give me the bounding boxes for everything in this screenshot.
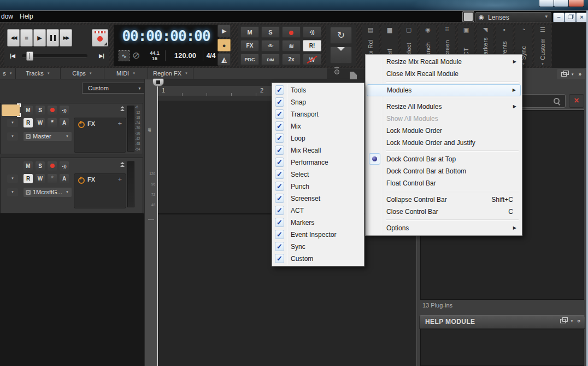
- expand-icon[interactable]: [120, 161, 125, 167]
- asterisk-button[interactable]: *: [48, 118, 57, 127]
- read-automation-button[interactable]: R: [23, 118, 33, 127]
- menu-item-float-control-bar[interactable]: Float Control Bar: [367, 177, 521, 189]
- track-strip-2[interactable]: M S •)) ▼ R W * A FX + ▼ O 1McrsftG... ▼: [0, 158, 143, 213]
- submenu-item[interactable]: ✓ Punch: [273, 181, 363, 193]
- track-dropdown-button[interactable]: ▼: [7, 119, 18, 127]
- submenu-item[interactable]: ✓ Tools: [273, 84, 363, 96]
- checkbox-checked-icon[interactable]: ✓: [275, 194, 284, 203]
- workspace-preset-dropdown[interactable]: Custom ▼: [82, 83, 146, 94]
- fast-forward-button[interactable]: ▶▶: [60, 29, 72, 47]
- chevrons-right-icon[interactable]: »: [579, 71, 581, 77]
- menu-item-lock-module-order[interactable]: Lock Module Order: [367, 125, 521, 137]
- pdc-button[interactable]: PDC: [240, 54, 259, 65]
- menu-item-lock-module-order-justify[interactable]: Lock Module Order and Justify: [367, 137, 521, 149]
- skip-start-button[interactable]: |◀: [7, 51, 18, 60]
- tempo-value[interactable]: 120.00: [168, 50, 202, 61]
- write-automation-button[interactable]: W: [36, 174, 45, 183]
- fx-bin[interactable]: FX +: [74, 173, 126, 208]
- fx-button[interactable]: FX: [240, 40, 259, 51]
- output-selector[interactable]: O 1McrsftG... ▼: [23, 188, 72, 197]
- rewind-button[interactable]: ◀◀: [7, 29, 20, 47]
- loop-button[interactable]: ↻: [330, 27, 352, 44]
- skip-end-button[interactable]: ▶|: [96, 51, 107, 60]
- track-dropdown-button[interactable]: ▼: [7, 132, 18, 141]
- time-signature[interactable]: 4/4: [204, 50, 217, 61]
- dock-icon[interactable]: [561, 72, 567, 77]
- window-restore-button[interactable]: [565, 13, 576, 22]
- automation-button[interactable]: A: [60, 118, 69, 127]
- submenu-item[interactable]: ✓ Mix: [273, 120, 363, 132]
- checkbox-checked-icon[interactable]: ✓: [275, 97, 284, 107]
- window-minimize-button[interactable]: –: [553, 13, 565, 22]
- 2x-button[interactable]: 2x: [282, 54, 301, 65]
- punch-button[interactable]: [330, 47, 352, 63]
- menu-item-options[interactable]: Options ▶: [367, 222, 521, 234]
- os-minimize-button[interactable]: [539, 0, 554, 7]
- submenu-item[interactable]: ✓ Select: [273, 169, 363, 181]
- add-fx-button[interactable]: +: [117, 119, 122, 127]
- checkbox-checked-icon[interactable]: ✓: [275, 121, 284, 131]
- input-echo-button[interactable]: ‹S›: [261, 40, 280, 51]
- menu-item-collapse-control-bar[interactable]: Collapse Control Bar Shift+C: [367, 194, 521, 206]
- menu-item-close-mix-recall[interactable]: Close Mix Recall Module: [367, 68, 521, 80]
- view-tab[interactable]: Clips ▼: [61, 68, 104, 79]
- power-icon[interactable]: [78, 121, 85, 128]
- submenu-item[interactable]: ✓ Markers: [273, 217, 363, 229]
- automation-button[interactable]: A: [60, 174, 69, 183]
- help-module-header[interactable]: HELP MODULE ▼ »: [419, 315, 585, 329]
- menu-item-dock-top[interactable]: Dock Control Bar at Top: [367, 153, 521, 165]
- stop-button[interactable]: ■: [20, 29, 33, 47]
- submenu-item[interactable]: ✓ Screenset: [273, 193, 363, 205]
- checkbox-checked-icon[interactable]: ✓: [275, 170, 284, 179]
- view-tab[interactable]: MIDI ▼: [104, 68, 148, 79]
- submenu-item[interactable]: ✓ ACT: [273, 205, 363, 217]
- submenu-item[interactable]: ✓ Mix Recall: [273, 144, 363, 156]
- checkbox-checked-icon[interactable]: ✓: [275, 254, 284, 263]
- submenu-item[interactable]: ✓ Loop: [273, 132, 363, 144]
- write-disabled-button[interactable]: W: [303, 54, 321, 65]
- checkbox-checked-icon[interactable]: ✓: [275, 242, 284, 251]
- window-close-button[interactable]: ×: [576, 13, 587, 22]
- view-tab[interactable]: Region FX ▼: [148, 68, 193, 79]
- submenu-item[interactable]: ✓ Event Inspector: [273, 229, 363, 241]
- add-fx-button[interactable]: +: [117, 175, 122, 183]
- mute-button[interactable]: M: [23, 161, 33, 171]
- play-button[interactable]: ▶: [33, 29, 46, 47]
- mute-button[interactable]: M: [240, 26, 259, 38]
- checkbox-checked-icon[interactable]: ✓: [275, 109, 284, 119]
- view-tab[interactable]: s ▼: [0, 68, 16, 79]
- pause-button[interactable]: [46, 29, 59, 47]
- sync-clock-icon[interactable]: ∿: [119, 50, 130, 61]
- bypass-icon[interactable]: ⊘: [132, 50, 140, 61]
- now-time-marker[interactable]: [152, 78, 164, 86]
- expand-icon[interactable]: [120, 106, 125, 112]
- checkbox-checked-icon[interactable]: ✓: [275, 218, 284, 227]
- shuffle-button[interactable]: ≋: [282, 40, 301, 51]
- checkbox-checked-icon[interactable]: ✓: [275, 85, 284, 95]
- menu-window-partial[interactable]: dow: [1, 13, 13, 20]
- record-arm-button[interactable]: [48, 106, 57, 115]
- menu-item-modules[interactable]: Modules ▶: [367, 84, 521, 96]
- track-dropdown-button[interactable]: ▼: [7, 188, 18, 196]
- input-echo-button[interactable]: •)): [60, 106, 69, 115]
- position-slider-handle[interactable]: [26, 51, 33, 61]
- lenses-dropdown[interactable]: ◉ Lenses ▾: [475, 12, 551, 22]
- track-dropdown-button[interactable]: ▼: [7, 175, 18, 183]
- clear-search-button[interactable]: ×: [569, 94, 584, 108]
- os-close-button[interactable]: [568, 0, 584, 7]
- submenu-item[interactable]: ✓ Custom: [273, 253, 363, 265]
- checkbox-checked-icon[interactable]: ✓: [275, 158, 284, 167]
- fullscreen-icon[interactable]: [464, 13, 473, 21]
- metronome-button[interactable]: ◭: [217, 53, 231, 66]
- menu-item-dock-bottom[interactable]: Dock Control Bar at Bottom: [367, 165, 521, 177]
- solo-button[interactable]: S: [261, 26, 280, 38]
- submenu-item[interactable]: ✓ Sync: [273, 241, 363, 253]
- record-button[interactable]: [92, 29, 108, 47]
- os-maximize-button[interactable]: [554, 0, 569, 7]
- submenu-item[interactable]: ✓ Transport: [273, 108, 363, 120]
- track-color-strip[interactable]: [2, 104, 20, 116]
- checkbox-checked-icon[interactable]: ✓: [275, 230, 284, 239]
- checkbox-checked-icon[interactable]: ✓: [275, 133, 284, 143]
- record-ready-button[interactable]: R!: [303, 40, 321, 51]
- checkbox-checked-icon[interactable]: ✓: [275, 206, 284, 215]
